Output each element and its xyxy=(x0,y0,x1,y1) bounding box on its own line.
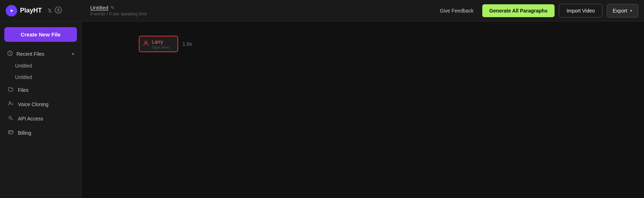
voice-name: Larry xyxy=(152,39,163,45)
generate-all-paragraphs-button[interactable]: Generate All Paragraphs xyxy=(482,4,555,17)
doc-meta: 0 words • 0 sec speaking time xyxy=(90,11,435,16)
svg-point-2 xyxy=(55,7,62,13)
sidebar: Create New File Recent Files ▾ Untitled … xyxy=(0,21,82,198)
logo-icon xyxy=(6,5,17,16)
header-center: Untitled ✎ 0 words • 0 sec speaking time xyxy=(87,5,435,16)
doc-title[interactable]: Untitled xyxy=(90,5,108,11)
header-actions: Give Feedback Generate All Paragraphs Im… xyxy=(435,4,638,18)
voice-cloning-icon xyxy=(7,101,14,108)
export-button[interactable]: Export ▾ xyxy=(607,4,638,18)
main-editor: Larry Type here... 1.0x xyxy=(82,21,644,198)
chevron-down-icon: ▾ xyxy=(72,51,74,56)
person-icon xyxy=(143,40,149,48)
voice-selector[interactable]: Larry Type here... xyxy=(139,36,178,52)
svg-rect-6 xyxy=(9,131,13,134)
recent-file-item[interactable]: Untitled xyxy=(0,60,81,71)
export-label: Export xyxy=(613,8,627,14)
sidebar-api-access-label: API Access xyxy=(18,116,43,122)
logo-text: PlayHT xyxy=(20,7,42,14)
app-header: PlayHT 𝕏 Untitled ✎ 0 words • 0 sec spea… xyxy=(0,0,644,21)
twitter-icon[interactable]: 𝕏 xyxy=(48,8,52,14)
billing-icon xyxy=(7,129,14,137)
voice-block-container: Larry Type here... 1.0x xyxy=(139,36,194,52)
type-here-placeholder: Type here... xyxy=(152,45,172,49)
sidebar-item-api-access[interactable]: API Access xyxy=(1,112,80,126)
voice-block: Larry Type here... 1.0x xyxy=(139,36,194,52)
chevron-down-icon: ▾ xyxy=(630,8,632,13)
edit-icon[interactable]: ✎ xyxy=(111,5,114,10)
app-body: Create New File Recent Files ▾ Untitled … xyxy=(0,21,644,198)
key-icon xyxy=(7,115,14,122)
logo-area: PlayHT 𝕏 xyxy=(6,5,87,16)
import-video-button[interactable]: Import Video xyxy=(559,4,602,18)
sidebar-files-label: Files xyxy=(18,87,29,93)
sidebar-voice-cloning-label: Voice Cloning xyxy=(18,102,49,107)
recent-files-section[interactable]: Recent Files ▾ xyxy=(1,48,80,60)
sidebar-item-voice-cloning[interactable]: Voice Cloning xyxy=(1,97,80,112)
svg-rect-7 xyxy=(9,133,10,133)
give-feedback-button[interactable]: Give Feedback xyxy=(435,5,478,16)
discord-icon[interactable] xyxy=(55,6,62,15)
speed-control[interactable]: 1.0x xyxy=(181,39,193,49)
sidebar-billing-label: Billing xyxy=(18,130,31,136)
recent-files-label: Recent Files xyxy=(16,51,44,57)
svg-point-4 xyxy=(9,102,11,104)
clock-icon xyxy=(7,50,13,57)
sidebar-item-files[interactable]: Files xyxy=(1,83,80,97)
svg-point-8 xyxy=(145,41,147,43)
folder-icon xyxy=(7,86,14,94)
sidebar-item-billing[interactable]: Billing xyxy=(1,126,80,140)
recent-file-item[interactable]: Untitled xyxy=(0,71,81,83)
create-new-file-button[interactable]: Create New File xyxy=(4,27,77,42)
